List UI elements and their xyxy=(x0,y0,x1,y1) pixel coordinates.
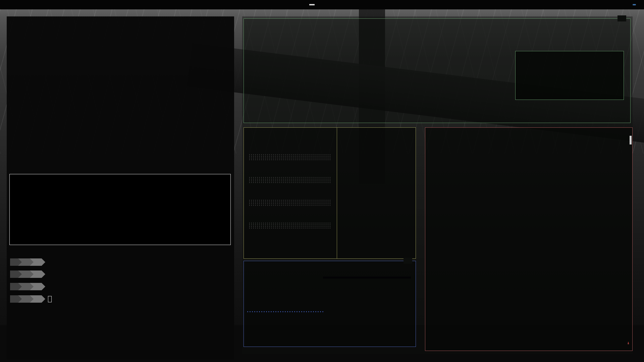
mem-box xyxy=(244,127,416,259)
desktop: ↓ xyxy=(0,0,644,362)
update-interval xyxy=(618,15,626,21)
workspace-2[interactable] xyxy=(316,4,321,5)
powerline-arrow xyxy=(18,295,22,303)
prompt-path xyxy=(34,283,42,290)
powerline-arrow xyxy=(30,295,34,303)
mem-free-meter xyxy=(249,222,331,229)
status-bar xyxy=(0,0,644,9)
powerline-arrow xyxy=(30,258,34,266)
net-stats-panel xyxy=(323,277,411,279)
prompt-user xyxy=(10,295,18,303)
terminal-window-left xyxy=(7,16,234,359)
workspace-10[interactable] xyxy=(329,4,335,5)
prompt-user xyxy=(10,283,18,290)
proc-table-rows xyxy=(430,138,628,346)
fastfetch-panel xyxy=(9,174,231,245)
prompt-line-active[interactable] xyxy=(10,295,231,303)
mem-free-row xyxy=(249,208,331,215)
mem-cached-row xyxy=(249,185,331,192)
cpu-box xyxy=(244,18,631,123)
prompt-host xyxy=(22,270,30,278)
mem-free-percent xyxy=(249,215,331,222)
prompt-path xyxy=(34,270,42,278)
mem-total-row xyxy=(249,133,331,140)
disks-list xyxy=(337,128,416,258)
cpu-usage-graph xyxy=(385,52,482,93)
scroll-down-icon[interactable]: ↓ xyxy=(627,340,630,345)
mem-cached-percent xyxy=(249,192,331,199)
mem-available-meter xyxy=(249,177,331,183)
mem-cached-meter xyxy=(249,199,331,206)
prompt-host xyxy=(22,283,30,290)
prompt-path xyxy=(34,295,42,303)
powerline-arrow xyxy=(18,283,22,290)
powerline-arrow xyxy=(18,270,22,278)
powerline-arrow xyxy=(42,295,45,303)
mem-used-row xyxy=(249,140,331,146)
powerline-arrow xyxy=(42,283,45,290)
mem-used-percent xyxy=(249,146,331,153)
memory-stats xyxy=(244,128,337,231)
prompt-path xyxy=(34,258,42,266)
workspace-1[interactable] xyxy=(309,4,315,5)
mem-available-percent xyxy=(249,169,331,176)
powerline-arrow xyxy=(30,283,34,290)
net-box xyxy=(244,261,416,347)
powerline-arrow xyxy=(18,258,22,266)
cpu-core-panel xyxy=(515,51,624,100)
mem-available-row xyxy=(249,163,331,169)
powerline-arrow xyxy=(30,270,34,278)
shell-session xyxy=(10,258,231,303)
prompt-user xyxy=(10,270,18,278)
workspace-switcher xyxy=(309,4,335,5)
prompt-line xyxy=(10,283,231,290)
prompt-host xyxy=(22,258,30,266)
mem-used-meter xyxy=(249,154,331,161)
proc-scrollbar-thumb[interactable] xyxy=(630,136,632,144)
net-download-graph xyxy=(247,311,324,313)
powerline-arrow xyxy=(42,270,45,278)
prompt-host xyxy=(22,295,30,303)
powerline-arrow xyxy=(42,258,45,266)
prompt-user xyxy=(10,258,18,266)
prompt-line-command xyxy=(10,258,231,266)
prompt-line xyxy=(10,270,231,278)
btop-window: ↓ xyxy=(242,16,633,354)
status-bar-right xyxy=(609,4,644,5)
net-interface-selector xyxy=(404,258,412,264)
proc-box: ↓ xyxy=(425,127,633,351)
keyboard-layout-badge[interactable] xyxy=(633,4,636,5)
workspace-3[interactable] xyxy=(323,4,328,5)
proc-table-header xyxy=(430,130,628,137)
debian-ascii-logo xyxy=(16,183,66,241)
terminal-cursor xyxy=(48,296,52,302)
